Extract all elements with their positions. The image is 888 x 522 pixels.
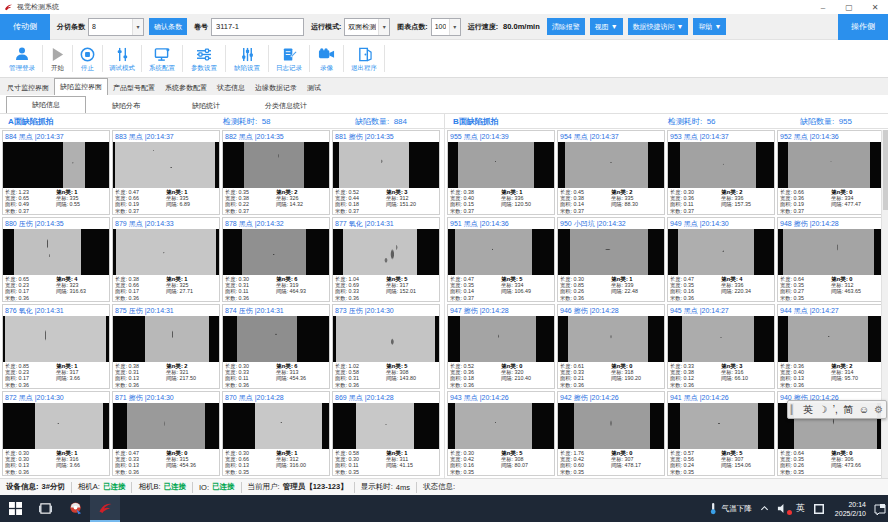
defect-image[interactable] bbox=[558, 229, 664, 275]
defect-image[interactable] bbox=[668, 403, 774, 449]
view-menu-button[interactable]: 视图 ▼ bbox=[590, 18, 623, 35]
defect-image[interactable] bbox=[113, 229, 219, 275]
main-tab-1[interactable]: 缺陷监控界面 bbox=[54, 78, 108, 95]
operator-side-button[interactable]: 操作侧 bbox=[838, 14, 888, 40]
defect-card[interactable]: 941黑点|20:14:26长度: 0.57宽度: 0.56面积: 0.24米数… bbox=[667, 391, 775, 476]
action-tune-vertical-button[interactable]: 缺陷设置 bbox=[226, 40, 268, 77]
action-tune-horizontal-button[interactable]: 参数设置 bbox=[183, 40, 225, 77]
defect-image[interactable] bbox=[333, 229, 439, 275]
defect-image[interactable] bbox=[668, 316, 774, 362]
defect-card[interactable]: 876氧化|20:14:31长度: 0.85宽度: 0.23面积: 0.17米数… bbox=[2, 304, 110, 389]
main-tab-2[interactable]: 产品型号配置 bbox=[108, 80, 160, 95]
defect-image[interactable] bbox=[668, 142, 774, 188]
taskbar-app-icon[interactable] bbox=[60, 495, 90, 522]
weather-text[interactable]: 气温下降 bbox=[721, 495, 756, 522]
defect-card[interactable]: 872黑点|20:14:30长度: 0.30宽度: 0.30面积: 0.13米数… bbox=[2, 391, 110, 476]
taskbar-clock[interactable]: 20:14 2025/2/10 bbox=[829, 500, 872, 518]
ime-lang[interactable]: 英 bbox=[803, 403, 813, 417]
confirm-count-button[interactable]: 确认条数 bbox=[149, 18, 187, 35]
defect-image[interactable] bbox=[113, 316, 219, 362]
data-quick-access-button[interactable]: 数据快捷访问 ▼ bbox=[628, 18, 689, 35]
defect-card[interactable]: 881擦伤|20:14:35长度: 0.52宽度: 0.44面积: 0.18米数… bbox=[332, 130, 440, 215]
defect-image[interactable] bbox=[223, 142, 329, 188]
defect-image[interactable] bbox=[778, 142, 884, 188]
ime-toolbar[interactable]: ▎ 英 ☽ ’, 简 ☺ ⚙ bbox=[787, 400, 887, 419]
ime-punct[interactable]: ’, bbox=[833, 404, 838, 415]
drive-side-button[interactable]: 传动侧 bbox=[0, 14, 50, 40]
sub-tab-2[interactable]: 缺陷统计 bbox=[166, 98, 246, 113]
defect-card[interactable]: 873压伤|20:14:30长度: 1.02宽度: 0.58面积: 0.31米数… bbox=[332, 304, 440, 389]
action-log-document-button[interactable]: 日志记录 bbox=[269, 40, 309, 77]
defect-card[interactable]: 952黑点|20:14:36长度: 0.66宽度: 0.36面积: 0.19米数… bbox=[777, 130, 885, 215]
defect-image[interactable] bbox=[3, 142, 109, 188]
defect-card[interactable]: 879黑点|20:14:33长度: 0.38宽度: 0.66面积: 0.17米数… bbox=[112, 217, 220, 302]
defect-image[interactable] bbox=[223, 316, 329, 362]
defect-card[interactable]: 946擦伤|20:14:28长度: 0.61宽度: 0.33面积: 0.21米数… bbox=[557, 304, 665, 389]
clear-alarm-button[interactable]: 清除报警 bbox=[547, 18, 585, 35]
defect-card[interactable]: 884黑点|20:14:37长度: 1.23宽度: 0.65面积: 0.49米数… bbox=[2, 130, 110, 215]
defect-card[interactable]: 951黑点|20:14:36长度: 0.47宽度: 0.35面积: 0.14米数… bbox=[447, 217, 555, 302]
defect-card[interactable]: 955黑点|20:14:39长度: 0.38宽度: 0.40面积: 0.15米数… bbox=[447, 130, 555, 215]
minimize-button[interactable]: – bbox=[810, 0, 836, 14]
defect-card[interactable]: 869黑点|20:14:28长度: 0.58宽度: 0.30面积: 0.11米数… bbox=[332, 391, 440, 476]
defect-card[interactable]: 942擦伤|20:14:26长度: 1.76宽度: 0.42面积: 0.60米数… bbox=[557, 391, 665, 476]
defect-image[interactable] bbox=[113, 142, 219, 188]
defect-card[interactable]: 874压伤|20:14:31长度: 0.30宽度: 0.33面积: 0.11米数… bbox=[222, 304, 330, 389]
action-monitor-button[interactable]: 系统配置 bbox=[142, 40, 182, 77]
sub-tab-1[interactable]: 缺陷分布 bbox=[86, 98, 166, 113]
close-button[interactable]: ✕ bbox=[862, 0, 888, 14]
volume-icon[interactable] bbox=[773, 495, 792, 522]
sub-tab-3[interactable]: 分类信息统计 bbox=[246, 98, 326, 113]
defect-card[interactable]: 944黑点|20:14:27长度: 0.36宽度: 0.40面积: 0.13米数… bbox=[777, 304, 885, 389]
defect-image[interactable] bbox=[3, 403, 109, 449]
ime-icon[interactable] bbox=[809, 495, 829, 522]
action-user-button[interactable]: 管理登录 bbox=[2, 40, 42, 77]
slit-count-select[interactable]: 8▾ bbox=[88, 18, 144, 36]
main-tab-6[interactable]: 测试 bbox=[302, 80, 326, 95]
action-play-button[interactable]: 开始 bbox=[43, 40, 72, 77]
chart-points-select[interactable]: 100▾ bbox=[431, 18, 461, 36]
defect-card[interactable]: 870黑点|20:14:28长度: 0.30宽度: 0.66面积: 0.13米数… bbox=[222, 391, 330, 476]
defect-card[interactable]: 878黑点|20:14:32长度: 0.30宽度: 0.31面积: 0.11米数… bbox=[222, 217, 330, 302]
defect-image[interactable] bbox=[448, 142, 554, 188]
defect-image[interactable] bbox=[558, 316, 664, 362]
main-tab-3[interactable]: 系统参数配置 bbox=[160, 80, 212, 95]
defect-image[interactable] bbox=[223, 229, 329, 275]
main-tab-5[interactable]: 边缘数据记录 bbox=[250, 80, 302, 95]
defect-image[interactable] bbox=[448, 403, 554, 449]
action-camera-button[interactable]: 录像 bbox=[310, 40, 343, 77]
start-button[interactable] bbox=[0, 495, 30, 522]
defect-card[interactable]: 953黑点|20:14:37长度: 0.30宽度: 0.36面积: 0.11米数… bbox=[667, 130, 775, 215]
input-language-indicator[interactable]: 英 bbox=[792, 495, 809, 522]
defect-card[interactable]: 954黑点|20:14:37长度: 0.45宽度: 0.38面积: 0.14米数… bbox=[557, 130, 665, 215]
defect-image[interactable] bbox=[668, 229, 774, 275]
sub-tab-0[interactable]: 缺陷信息 bbox=[6, 96, 86, 113]
defect-image[interactable] bbox=[113, 403, 219, 449]
taskbar-active-app-icon[interactable] bbox=[90, 495, 120, 522]
defect-image[interactable] bbox=[778, 316, 884, 362]
ime-simplified[interactable]: 简 bbox=[843, 403, 853, 417]
ime-settings-icon[interactable]: ⚙ bbox=[874, 404, 883, 415]
ime-emoji-icon[interactable]: ☺ bbox=[859, 404, 869, 415]
help-menu-button[interactable]: 帮助 ▼ bbox=[693, 18, 726, 35]
defect-image[interactable] bbox=[333, 316, 439, 362]
defect-image[interactable] bbox=[448, 229, 554, 275]
main-tab-4[interactable]: 状态信息 bbox=[212, 80, 250, 95]
roll-no-input[interactable] bbox=[211, 18, 304, 36]
defect-card[interactable]: 880压伤|20:14:35长度: 0.65宽度: 0.23面积: 0.17米数… bbox=[2, 217, 110, 302]
defect-card[interactable]: 943黑点|20:14:26长度: 0.30宽度: 0.42面积: 0.16米数… bbox=[447, 391, 555, 476]
defect-card[interactable]: 945黑点|20:14:27长度: 0.33宽度: 0.38面积: 0.12米数… bbox=[667, 304, 775, 389]
notification-center-icon[interactable] bbox=[872, 495, 888, 522]
defect-card[interactable]: 875压伤|20:14:31长度: 0.38宽度: 0.31面积: 0.13米数… bbox=[112, 304, 220, 389]
vertical-scrollbar[interactable] bbox=[881, 130, 888, 478]
weather-icon[interactable] bbox=[705, 495, 721, 522]
task-view-button[interactable] bbox=[30, 495, 60, 522]
main-tab-0[interactable]: 尺寸监控界面 bbox=[2, 80, 54, 95]
defect-image[interactable] bbox=[448, 316, 554, 362]
defect-image[interactable] bbox=[3, 316, 109, 362]
defect-image[interactable] bbox=[558, 142, 664, 188]
run-mode-select[interactable]: 双面检测▾ bbox=[344, 18, 390, 36]
defect-image[interactable] bbox=[223, 403, 329, 449]
maximize-button[interactable]: ▢ bbox=[836, 0, 862, 14]
action-debug-sliders-button[interactable]: 调试模式 bbox=[103, 40, 141, 77]
